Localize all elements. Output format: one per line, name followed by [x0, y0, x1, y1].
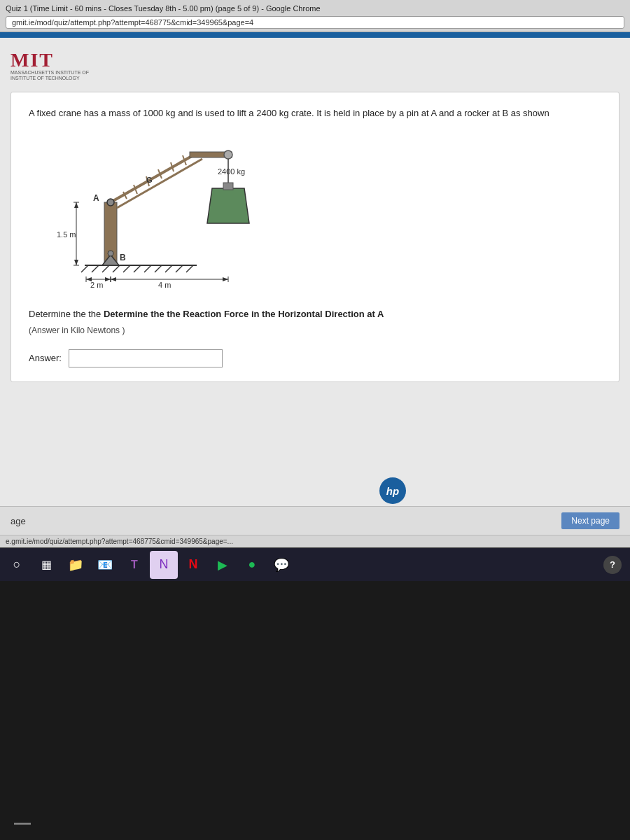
- mit-subtitle-line1: MASSACHUSETTS INSTITUTE OF: [10, 70, 89, 76]
- svg-point-30: [108, 251, 113, 256]
- question-text: A fixed crane has a mass of 1000 kg and …: [29, 106, 601, 120]
- svg-line-5: [123, 265, 130, 272]
- svg-line-10: [176, 265, 183, 272]
- hp-logo: hp: [379, 477, 406, 504]
- svg-text:A: A: [93, 193, 99, 203]
- mit-logo-area: MIT MASSACHUSETTS INSTITUTE OF INSTITUTE…: [10, 45, 620, 86]
- svg-text:1.5 m: 1.5 m: [57, 230, 76, 239]
- status-url: e.gmit.ie/mod/quiz/attempt.php?attempt=4…: [6, 538, 233, 545]
- taskbar-netflix[interactable]: N: [179, 551, 207, 579]
- browser-url[interactable]: gmit.ie/mod/quiz/attempt.php?attempt=468…: [6, 16, 624, 29]
- diagram-container: 2400 kg A B G 1.5 m: [29, 132, 601, 293]
- svg-line-11: [186, 265, 193, 272]
- svg-text:B: B: [120, 253, 126, 262]
- svg-text:2 m: 2 m: [90, 281, 103, 289]
- svg-line-4: [113, 265, 120, 272]
- svg-marker-44: [105, 277, 111, 281]
- svg-text:2400 kg: 2400 kg: [218, 167, 245, 176]
- svg-line-2: [92, 265, 99, 272]
- crane-diagram: 2400 kg A B G 1.5 m: [43, 132, 281, 293]
- svg-line-3: [102, 265, 109, 272]
- next-page-button[interactable]: Next page: [561, 512, 620, 529]
- taskbar-question-icon[interactable]: ?: [603, 556, 622, 574]
- svg-marker-49: [111, 277, 116, 281]
- taskbar-onenote[interactable]: N: [150, 551, 178, 579]
- svg-line-7: [144, 265, 151, 272]
- answer-row: Answer:: [29, 349, 601, 368]
- browser-chrome: Quiz 1 (Time Limit - 60 mins - Closes Tu…: [0, 0, 630, 32]
- svg-point-22: [224, 150, 232, 159]
- start-button[interactable]: ○: [3, 551, 31, 579]
- browser-status-bar: e.gmit.ie/mod/quiz/attempt.php?attempt=4…: [0, 535, 630, 547]
- svg-point-27: [107, 199, 114, 206]
- svg-line-14: [117, 159, 202, 208]
- svg-marker-24: [207, 188, 249, 223]
- desktop-item: ▬▬▬: [14, 820, 31, 826]
- taskbar: ○ ▦ 📁 📧 T N N ▶ ● 💬 ?: [0, 547, 630, 581]
- svg-marker-43: [86, 277, 92, 281]
- mit-logo: MIT: [10, 50, 54, 70]
- taskbar-right-icons: ?: [603, 556, 627, 574]
- svg-text:4 m: 4 m: [158, 281, 171, 289]
- blue-header-bar: [0, 32, 630, 38]
- svg-marker-38: [74, 260, 78, 265]
- svg-line-1: [81, 265, 88, 272]
- answer-label: Answer:: [29, 353, 62, 363]
- taskbar-spotify[interactable]: ●: [238, 551, 266, 579]
- svg-marker-37: [74, 202, 78, 208]
- mit-subtitle: MASSACHUSETTS INSTITUTE OF INSTITUTE OF …: [10, 70, 89, 82]
- page-label: age: [10, 516, 26, 526]
- taskbar-file-explorer[interactable]: 📁: [62, 551, 90, 579]
- svg-line-6: [134, 265, 141, 272]
- browser-title: Quiz 1 (Time Limit - 60 mins - Closes Tu…: [6, 3, 624, 14]
- main-content: MIT MASSACHUSETTS INSTITUTE OF INSTITUTE…: [0, 38, 630, 514]
- answer-input[interactable]: [69, 349, 223, 368]
- taskbar-search[interactable]: ▦: [32, 551, 60, 579]
- taskbar-messaging[interactable]: 💬: [267, 551, 295, 579]
- svg-rect-25: [223, 183, 233, 190]
- svg-marker-50: [223, 277, 228, 281]
- problem-description: Determine the the Determine the the Reac…: [29, 307, 601, 321]
- svg-line-8: [155, 265, 162, 272]
- problem-bold: Determine the the Reaction Force in the …: [104, 309, 384, 319]
- taskbar-email[interactable]: 📧: [91, 551, 119, 579]
- bottom-nav: age Next page: [0, 506, 630, 535]
- answer-unit: (Answer in Kilo Newtons ): [29, 326, 601, 335]
- svg-line-9: [165, 265, 172, 272]
- desktop-background: ▬▬▬: [0, 581, 630, 840]
- question-card: A fixed crane has a mass of 1000 kg and …: [10, 92, 620, 382]
- taskbar-app1[interactable]: ▶: [209, 551, 237, 579]
- taskbar-teams[interactable]: T: [120, 551, 148, 579]
- svg-line-13: [111, 153, 197, 202]
- mit-subtitle-line2: INSTITUTE OF TECHNOLOGY: [10, 76, 89, 81]
- svg-text:G: G: [146, 176, 153, 184]
